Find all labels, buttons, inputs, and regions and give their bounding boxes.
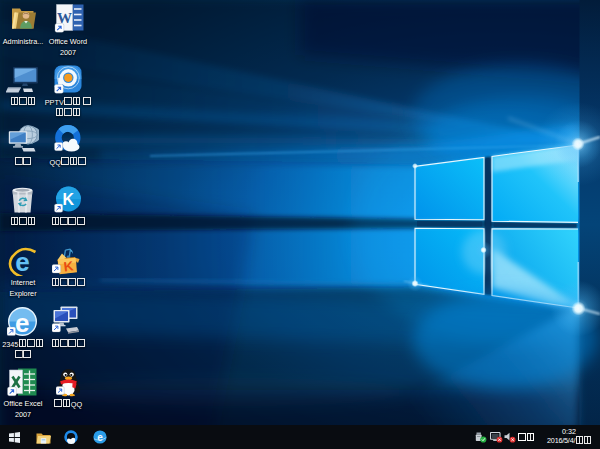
svg-text:K: K (63, 191, 75, 208)
svg-text:e: e (97, 432, 103, 443)
svg-text:e: e (15, 308, 29, 338)
svg-text:W: W (57, 10, 72, 26)
